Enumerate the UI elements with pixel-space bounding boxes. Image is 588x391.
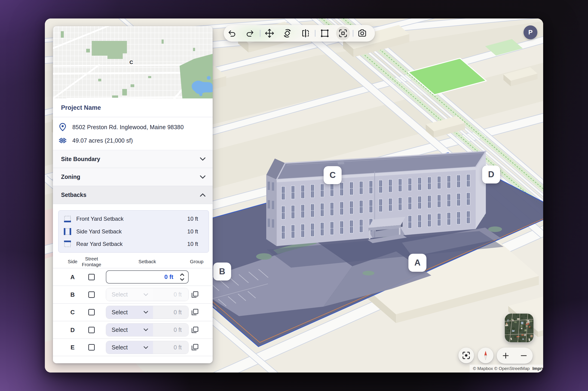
col-header-street-frontage: StreetFrontage <box>78 256 105 267</box>
redo-button[interactable] <box>244 27 256 39</box>
select-placeholder: Select <box>112 344 128 351</box>
street-frontage-checkbox[interactable] <box>88 274 95 280</box>
setback-table-row: A 0 ft <box>53 268 213 286</box>
move-icon <box>265 29 274 38</box>
move-button[interactable] <box>264 27 276 39</box>
undo-button[interactable] <box>226 27 238 39</box>
setback-select[interactable]: Select <box>106 288 153 301</box>
chevron-down-icon <box>143 328 149 332</box>
setback-select-group: Select 0 ft <box>106 341 189 354</box>
parcel-side-label-d[interactable]: D <box>482 166 500 184</box>
street-frontage-checkbox[interactable] <box>88 292 95 298</box>
setbacks-panel: Front Yard Setback10 ftSide Yard Setback… <box>53 204 213 363</box>
setback-select[interactable]: Select <box>106 306 153 319</box>
focus-site-icon <box>338 29 348 38</box>
street-frontage-checkbox[interactable] <box>88 327 95 333</box>
street-frontage-checkbox[interactable] <box>88 309 95 315</box>
project-sidebar: C Project Name 8502 Preston Rd. Inglewoo… <box>53 26 213 363</box>
col-header-setback: Setback <box>138 259 156 264</box>
attribution-mapbox[interactable]: © Mapbox <box>473 366 493 371</box>
parcel-side-label-c[interactable]: C <box>324 166 342 184</box>
chevron-down-icon <box>143 293 149 296</box>
col-header-group: Group <box>190 259 203 264</box>
project-address: 8502 Preston Rd. Inglewood, Maine 98380 <box>72 124 184 131</box>
section-label: Setbacks <box>61 192 87 198</box>
select-placeholder: Select <box>112 309 128 316</box>
undo-icon <box>227 29 237 38</box>
focus-site-button[interactable] <box>336 26 350 40</box>
setback-table-body: A 0 ft B Select 0 ft C <box>53 268 213 356</box>
section-label: Site Boundary <box>61 156 100 162</box>
rotate-button[interactable] <box>281 27 293 39</box>
compass-icon <box>481 350 490 361</box>
area-row: 49.07 acres (21,000 sf) <box>53 134 213 147</box>
setback-select[interactable]: Select <box>106 323 153 336</box>
avatar-initial: P <box>528 29 533 36</box>
redo-icon <box>245 29 255 38</box>
col-header-side: Side <box>68 259 78 264</box>
project-area: 49.07 acres (21,000 sf) <box>72 137 133 144</box>
parcel-side-letter: A <box>414 258 421 268</box>
toolbar-separator <box>260 30 261 37</box>
parcel-side-label-b[interactable]: B <box>213 263 231 281</box>
address-row: 8502 Preston Rd. Inglewood, Maine 98380 <box>53 120 213 134</box>
minimap-viewport-marker: C <box>129 59 133 65</box>
side-letter: D <box>71 326 75 333</box>
screenshot-button[interactable] <box>356 27 368 39</box>
map-attribution: © Mapbox © OpenStreetMap Improve this ma… <box>470 365 543 373</box>
recenter-icon <box>462 352 470 359</box>
setback-value: 0 ft <box>164 273 173 281</box>
minimap[interactable]: C <box>53 26 213 98</box>
setback-value-field[interactable]: 0 ft <box>153 306 188 319</box>
setback-value-field[interactable]: 0 ft <box>153 341 188 354</box>
compass-button[interactable] <box>478 348 493 363</box>
setback-value-field[interactable]: 0 ft <box>153 288 188 301</box>
accordion-zoning[interactable]: Zoning <box>53 168 213 186</box>
side-letter: B <box>71 291 75 298</box>
stepper-icon[interactable] <box>179 273 185 282</box>
setback-table-row: B Select 0 ft <box>53 286 213 303</box>
parcel-side-letter: B <box>219 267 225 276</box>
copy-group-icon[interactable] <box>191 326 199 334</box>
parcel-side-letter: C <box>330 170 336 180</box>
recenter-button[interactable] <box>458 348 474 363</box>
parcel-side-label-a[interactable]: A <box>408 254 426 272</box>
transform-shape-button[interactable] <box>319 27 331 39</box>
project-info-section: 8502 Preston Rd. Inglewood, Maine 98380 … <box>53 117 213 150</box>
site-area-icon <box>53 137 72 144</box>
zoom-in-button[interactable] <box>497 348 515 364</box>
chevron-up-icon <box>199 193 207 197</box>
street-frontage-checkbox[interactable] <box>88 344 95 351</box>
setback-table-row: D Select 0 ft <box>53 321 213 339</box>
app-window: A B C D P <box>45 18 543 373</box>
satellite-view-toggle[interactable] <box>505 314 533 342</box>
screenshot-icon <box>358 29 367 38</box>
location-pin-icon <box>53 123 72 131</box>
setback-value: 0 ft <box>174 326 182 333</box>
select-placeholder: Select <box>112 326 128 333</box>
accordion-setbacks[interactable]: Setbacks <box>53 186 213 204</box>
project-title: Project Name <box>61 104 101 111</box>
select-placeholder: Select <box>112 291 128 298</box>
map-toolbar <box>224 25 375 42</box>
copy-group-icon[interactable] <box>191 343 199 351</box>
accordion-site-boundary[interactable]: Site Boundary <box>53 150 213 168</box>
flip-horizontal-icon <box>301 29 310 38</box>
flip-horizontal-button[interactable] <box>299 27 311 39</box>
zoom-out-button[interactable] <box>515 348 533 364</box>
user-avatar[interactable]: P <box>523 25 537 39</box>
project-name-header[interactable]: Project Name <box>53 98 213 117</box>
setback-value-field[interactable]: 0 ft <box>153 323 188 336</box>
section-label: Zoning <box>61 174 80 180</box>
attribution-osm[interactable]: © OpenStreetMap <box>494 366 529 371</box>
setback-select-group: Select 0 ft <box>106 323 189 336</box>
setback-table-row: C Select 0 ft <box>53 303 213 321</box>
copy-group-icon[interactable] <box>191 291 199 298</box>
setback-number-input[interactable]: 0 ft <box>106 270 189 284</box>
transform-shape-icon <box>320 29 329 38</box>
building-model[interactable] <box>266 151 504 268</box>
copy-group-icon[interactable] <box>191 308 199 316</box>
setback-select[interactable]: Select <box>106 341 153 354</box>
side-letter: E <box>71 344 74 351</box>
attribution-improve-link[interactable]: Improve this map <box>533 366 543 371</box>
